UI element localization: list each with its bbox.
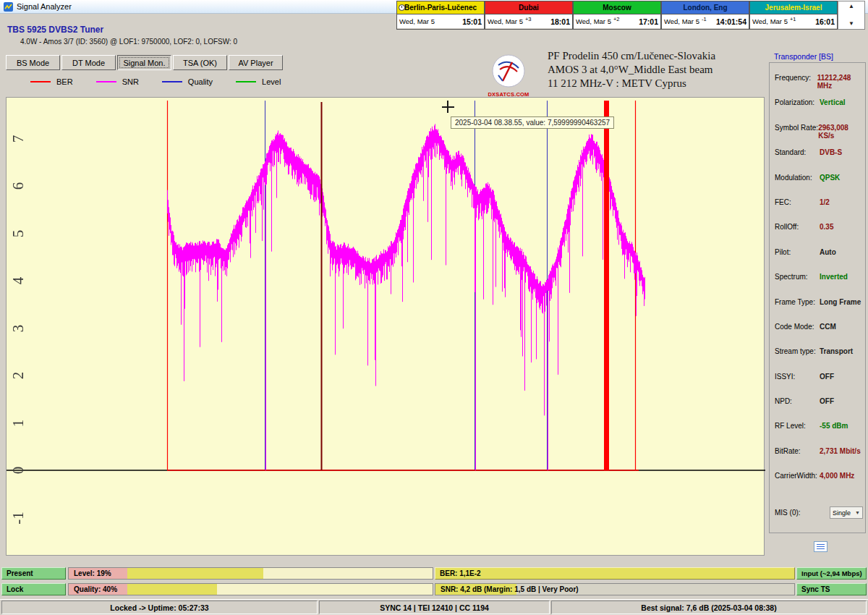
mis-select[interactable]: Single ▼	[830, 506, 863, 519]
mis-value: Single	[833, 509, 851, 517]
clock-date: Wed, Mar 5	[399, 17, 435, 25]
signal-chart: 76543210-1 2025-03-04 08.38.55, value: 7…	[6, 97, 765, 556]
tab-tsa[interactable]: TSA (OK)	[173, 55, 227, 70]
clock-scroller: ▲ ▼	[838, 1, 865, 30]
legend-label: Level	[262, 77, 281, 86]
dxsatcs-logo: DXSATCS.COM	[486, 54, 531, 97]
y-axis-tick: 2	[8, 365, 28, 386]
crosshair-cursor	[447, 101, 448, 113]
tuner-config: 4.0W - Amos 3/7 (ID: 3560) @ LOF1: 97500…	[20, 38, 237, 46]
clock-time: 18:01	[550, 17, 570, 26]
ber-indicator: BER: 1,1E-2	[435, 567, 795, 580]
clock-utc-offset: -1	[702, 16, 716, 22]
y-axis-tick: -1	[8, 508, 28, 528]
y-axis-tick: 1	[8, 413, 28, 433]
clock-city-label: Jerusalem-Israel	[765, 4, 822, 12]
legend-level: Level	[236, 77, 281, 86]
clock-time: 17:01	[639, 17, 658, 26]
present-indicator: Present	[1, 567, 66, 580]
mis-label: MIS (0):	[775, 509, 820, 517]
value-tooltip: 2025-03-04 08.38.55, value: 7,5999999046…	[451, 116, 614, 129]
snr-label: SNR: 4,2 dB (Margin: 1,5 dB | Very Poor)	[435, 584, 794, 595]
mis-row: MIS (0): Single ▼	[770, 504, 865, 522]
clock-dubai: Dubai Wed, Mar 5 +3 18:01	[485, 1, 573, 30]
app-icon	[4, 2, 13, 12]
tab-av-player[interactable]: AV Player	[229, 55, 283, 70]
chart-legend: BER SNR Quality Level	[30, 77, 281, 86]
legend-label: BER	[56, 77, 73, 86]
clock-time: 16:01	[815, 17, 835, 26]
statusbar-uptime: Locked -> Uptime: 05:27:33	[1, 601, 318, 614]
transponder-row: Standard:DVB-S	[770, 148, 865, 173]
snr-swatch-icon	[96, 81, 116, 82]
y-axis-tick: 3	[8, 318, 28, 339]
transponder-row: Frequency:11212,248 MHz	[770, 74, 865, 98]
level-bar: Level: 19%	[68, 567, 433, 580]
legend-label: SNR	[122, 77, 139, 86]
transponder-row: Code Mode:CCM	[770, 323, 865, 347]
snr-bar: SNR: 4,2 dB (Margin: 1,5 dB | Very Poor)	[435, 583, 795, 595]
beam-line2: AMOS 3 at 4,0°W_Middle East beam	[548, 63, 715, 77]
lock-indicator: Lock	[1, 583, 66, 595]
satellite-dish-icon	[488, 54, 529, 88]
transponder-row: Frame Type:Long Frame	[770, 298, 865, 323]
clock-date: Wed, Mar 5	[664, 17, 699, 25]
log-list-button[interactable]	[814, 541, 827, 552]
transponder-row: Spectrum:Inverted	[770, 273, 865, 297]
quality-swatch-icon	[162, 81, 182, 82]
world-clocks: Berlin-Paris-Lučenec Wed, Mar 5 15:01 Du…	[396, 1, 865, 30]
tab-dt-mode[interactable]: DT Mode	[61, 55, 116, 70]
sync-ts-indicator: Sync TS	[796, 583, 867, 595]
transponder-panel: Frequency:11212,248 MHz Polarization:Ver…	[769, 62, 866, 533]
snr-trace-canvas[interactable]	[7, 98, 765, 556]
transponder-row: Stream type:Transport	[770, 347, 865, 372]
transponder-row: FEC:1/2	[770, 198, 865, 223]
y-axis-tick: 4	[8, 271, 28, 291]
clock-time: 14:01:54	[716, 17, 746, 26]
transponder-row: RollOff:0.35	[770, 223, 865, 247]
beam-line1: PF Prodelin 450 cm/Lučenec-Slovakia	[548, 49, 715, 63]
transponder-row: Symbol Rate:2963,008 KS/s	[770, 124, 865, 148]
clock-moscow: Moscow Wed, Mar 5 +2 17:01	[573, 1, 661, 30]
clock-time: 15:01	[462, 17, 482, 26]
y-axis-tick: 6	[8, 176, 28, 196]
clock-london: London, Eng Wed, Mar 5 -1 14:01:54	[661, 1, 749, 30]
clock-date: Wed, Mar 5	[576, 17, 611, 25]
statusbar-best-signal: Best signal: 7,6 dB (2025-03-04 08:38)	[551, 601, 867, 614]
clock-city-label: Berlin-Paris-Lučenec	[404, 4, 477, 12]
clock-icon	[399, 4, 405, 11]
ber-swatch-icon	[30, 81, 51, 82]
y-axis-tick: 7	[8, 129, 28, 149]
clock-utc-offset: +3	[525, 16, 550, 22]
transponder-row: CarrierWidth:4,000 MHz	[770, 472, 865, 496]
chevron-down-icon: ▼	[855, 510, 860, 515]
legend-ber: BER	[30, 77, 73, 86]
transponder-row: NPD:OFF	[770, 397, 865, 422]
clock-berlin: Berlin-Paris-Lučenec Wed, Mar 5 15:01	[396, 1, 485, 30]
transponder-row: ISSYI:OFF	[770, 373, 865, 397]
transponder-row: Pilot:Auto	[770, 248, 865, 273]
y-axis-tick: 0	[8, 460, 28, 480]
transponder-row: RF Level:-55 dBm	[770, 422, 865, 446]
legend-label: Quality	[188, 77, 213, 86]
signal-analyzer-window: Signal Analyzer Berlin-Paris-Lučenec Wed…	[0, 0, 868, 615]
transponder-row: Modulation:QPSK	[770, 174, 865, 198]
scroll-up-icon[interactable]: ▲	[838, 4, 864, 9]
clock-date: Wed, Mar 5	[488, 17, 523, 25]
clock-jerusalem: Jerusalem-Israel Wed, Mar 5 +1 16:01	[749, 1, 838, 30]
clock-date: Wed, Mar 5	[752, 17, 788, 25]
window-title: Signal Analyzer	[17, 2, 72, 11]
input-indicator: Input (~2,94 Mbps)	[796, 567, 867, 580]
clock-city-label: London, Eng	[683, 4, 727, 12]
legend-snr: SNR	[96, 77, 139, 86]
quality-label: Quality: 40%	[69, 584, 433, 595]
transponder-title: Transponder [BS]	[774, 52, 833, 61]
statusbar: Locked -> Uptime: 05:27:33 SYNC 14 | TEI…	[0, 599, 868, 615]
statusbar-sync-counters: SYNC 14 | TEI 12410 | CC 1194	[319, 601, 550, 614]
scroll-down-icon[interactable]: ▼	[838, 21, 864, 27]
tab-bs-mode[interactable]: BS Mode	[6, 55, 60, 70]
clock-utc-offset: +1	[790, 16, 815, 22]
quality-bar: Quality: 40%	[68, 583, 433, 595]
y-axis-tick: 5	[8, 224, 28, 244]
tab-signal-mon[interactable]: Signal Mon.	[117, 55, 171, 70]
